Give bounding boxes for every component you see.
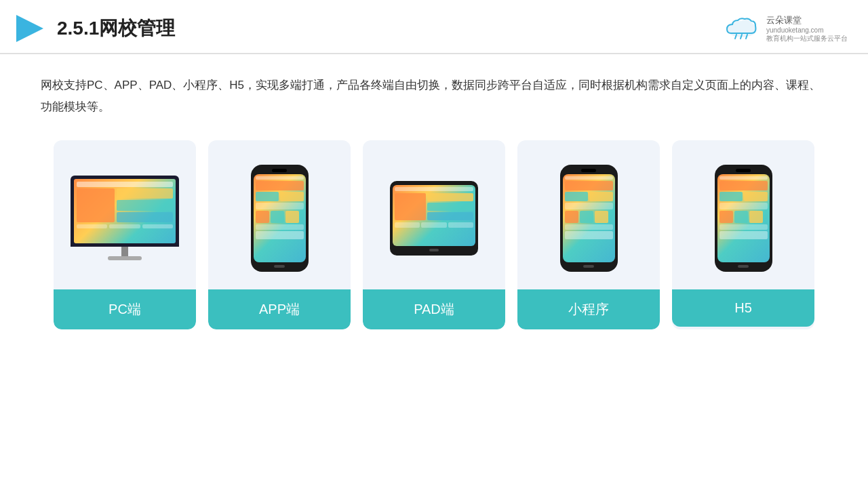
phone-mockup-h5: [715, 165, 772, 272]
header-left: 2.5.1网校管理: [14, 12, 175, 45]
card-h5: H5: [672, 140, 814, 329]
card-miniapp: 小程序: [517, 140, 660, 329]
card-pad: PAD端: [363, 140, 505, 329]
tablet-mockup: [390, 181, 478, 256]
logo-tagline: 教育机构一站式服务云平台: [766, 34, 848, 43]
page-title: 2.5.1网校管理: [57, 16, 175, 41]
logo-text-group: 云朵课堂 yunduoketang.com 教育机构一站式服务云平台: [766, 14, 848, 43]
logo-brand: 云朵课堂: [766, 14, 848, 26]
card-label-pc: PC端: [54, 289, 196, 329]
card-label-app: APP端: [208, 289, 351, 329]
svg-point-3: [739, 20, 753, 30]
card-image-pad: [363, 140, 505, 289]
phone-mockup-miniapp: [560, 165, 618, 272]
play-icon: [14, 12, 46, 45]
card-image-h5: [672, 140, 814, 289]
content-area: 网校支持PC、APP、PAD、小程序、H5，实现多端打通，产品各终端自由切换，数…: [0, 54, 868, 343]
card-pc: PC端: [54, 140, 196, 329]
card-image-pc: [54, 140, 196, 289]
logo-url: yunduoketang.com: [766, 26, 848, 34]
logo-area: 云朵课堂 yunduoketang.com 教育机构一站式服务云平台: [723, 14, 848, 43]
description-text: 网校支持PC、APP、PAD、小程序、H5，实现多端打通，产品各终端自由切换，数…: [41, 75, 827, 119]
cloud-logo-icon: [723, 14, 761, 41]
monitor-mockup: [71, 176, 179, 260]
header: 2.5.1网校管理 云朵课堂 yunduoketang.com 教育机构一站式服…: [0, 0, 868, 54]
svg-marker-0: [16, 15, 43, 42]
card-image-miniapp: [517, 140, 660, 289]
card-label-miniapp: 小程序: [517, 289, 660, 329]
phone-mockup-app: [251, 165, 309, 272]
cards-row: PC端: [41, 140, 827, 329]
card-app: APP端: [208, 140, 351, 329]
card-image-app: [208, 140, 351, 289]
card-label-pad: PAD端: [363, 289, 505, 329]
card-label-h5: H5: [672, 289, 814, 327]
